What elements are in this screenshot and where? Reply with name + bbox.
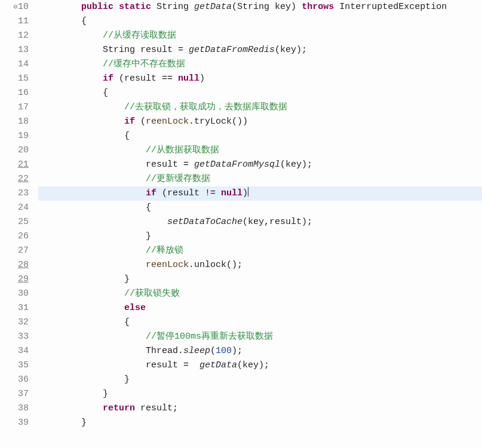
code-line[interactable]: //更新缓存数据	[38, 172, 482, 186]
code-token: //释放锁	[146, 246, 183, 256]
code-token: getData	[199, 360, 237, 370]
code-token: static	[119, 2, 151, 12]
code-token: //暂停100ms再重新去获取数据	[146, 332, 273, 342]
code-line[interactable]: {	[38, 14, 482, 29]
code-line[interactable]: }	[38, 373, 482, 387]
line-number: 30	[0, 287, 29, 301]
code-line[interactable]: //暂停100ms再重新去获取数据	[38, 330, 482, 344]
code-token: //获取锁失败	[124, 289, 180, 299]
code-token: setDataToCache	[167, 217, 242, 227]
code-line[interactable]: {	[38, 129, 482, 143]
code-token: if	[103, 73, 113, 84]
code-line[interactable]: Thread.sleep(100);	[38, 344, 482, 358]
code-token: //去获取锁，获取成功，去数据库取数据	[124, 102, 287, 112]
line-number: 21	[0, 158, 29, 172]
line-number: 35	[0, 358, 29, 373]
code-token: reenLock	[146, 260, 189, 270]
code-line[interactable]: //从缓存读取数据	[38, 29, 482, 43]
code-token: public	[81, 2, 113, 12]
line-number: 38	[0, 401, 29, 416]
code-line[interactable]: {	[38, 201, 482, 215]
line-number: 28	[0, 258, 29, 272]
code-line[interactable]: }	[38, 416, 482, 430]
code-area[interactable]: public static String getData(String key)…	[36, 0, 482, 430]
code-token: if	[124, 116, 135, 127]
code-token: return	[103, 403, 135, 413]
line-number: 15	[0, 72, 29, 86]
code-line[interactable]: //获取锁失败	[38, 287, 482, 301]
code-line[interactable]: }	[38, 272, 482, 287]
line-number: 34	[0, 344, 29, 358]
code-line[interactable]: {	[38, 86, 482, 100]
line-number: 26	[0, 229, 29, 244]
line-number: 31	[0, 301, 29, 315]
code-line[interactable]: //从数据获取数据	[38, 143, 482, 158]
line-number: 17	[0, 100, 29, 115]
override-marker-icon: ⊖	[13, 0, 18, 14]
code-line[interactable]: if (reenLock.tryLock())	[38, 115, 482, 129]
code-line[interactable]: if (result == null)	[38, 72, 482, 86]
line-number: 24	[0, 201, 29, 215]
code-line[interactable]: if (result != null)	[38, 186, 482, 201]
code-line[interactable]: }	[38, 229, 482, 244]
code-token: null	[178, 73, 199, 84]
line-number: 12	[0, 29, 29, 43]
code-token: getData	[194, 2, 232, 12]
code-line[interactable]: String result = getDataFromRedis(key);	[38, 43, 482, 57]
code-editor[interactable]: ⊖101112131415161718192021222324252627282…	[0, 0, 482, 430]
line-number-gutter: ⊖101112131415161718192021222324252627282…	[0, 0, 36, 430]
line-number: 25	[0, 215, 29, 229]
code-line[interactable]: {	[38, 315, 482, 330]
code-line[interactable]: return result;	[38, 401, 482, 416]
code-token: reenLock	[146, 116, 189, 127]
line-number: 11	[0, 14, 29, 29]
code-line[interactable]: result = getDataFromMysql(key);	[38, 158, 482, 172]
code-token: sleep	[183, 346, 210, 356]
line-number: 39	[0, 416, 29, 430]
code-token: throws	[302, 2, 334, 12]
line-number: 19	[0, 129, 29, 143]
code-token: //更新缓存数据	[146, 174, 210, 184]
code-token: //从数据获取数据	[146, 145, 219, 155]
line-number: 32	[0, 315, 29, 330]
line-number: 29	[0, 272, 29, 287]
code-line[interactable]: }	[38, 387, 482, 401]
line-number: 22	[0, 172, 29, 186]
line-number: 18	[0, 115, 29, 129]
line-number: 33	[0, 330, 29, 344]
line-number: 20	[0, 143, 29, 158]
code-token: if	[146, 188, 156, 198]
code-line[interactable]: //去获取锁，获取成功，去数据库取数据	[38, 100, 482, 115]
code-line[interactable]: public static String getData(String key)…	[38, 0, 482, 14]
code-line[interactable]: result = getData(key);	[38, 358, 482, 373]
line-number: 23	[0, 186, 29, 201]
code-token: else	[124, 303, 146, 313]
code-line[interactable]: else	[38, 301, 482, 315]
code-line[interactable]: setDataToCache(key,result);	[38, 215, 482, 229]
line-number: 27	[0, 244, 29, 258]
line-number: ⊖10	[0, 0, 29, 14]
code-line[interactable]: //释放锁	[38, 244, 482, 258]
code-token: getDataFromRedis	[189, 45, 275, 55]
code-token: //缓存中不存在数据	[103, 59, 185, 69]
code-token: 100	[216, 346, 232, 356]
line-number: 14	[0, 57, 29, 72]
code-token: getDataFromMysql	[194, 159, 280, 170]
line-number: 16	[0, 86, 29, 100]
text-caret	[248, 187, 248, 197]
code-line[interactable]: //缓存中不存在数据	[38, 57, 482, 72]
code-token: //从缓存读取数据	[103, 30, 176, 41]
line-number: 13	[0, 43, 29, 57]
line-number: 37	[0, 387, 29, 401]
line-number: 36	[0, 373, 29, 387]
code-token: null	[221, 188, 242, 198]
code-line[interactable]: reenLock.unlock();	[38, 258, 482, 272]
